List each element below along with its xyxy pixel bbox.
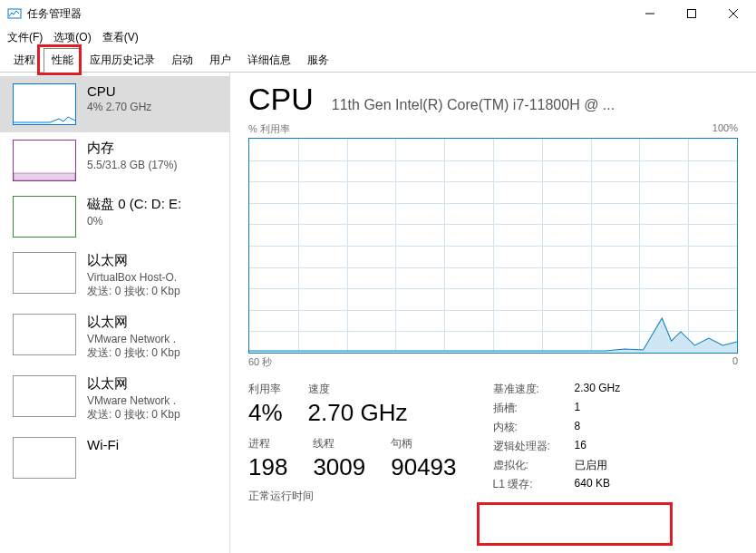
sidebar-title: CPU [87,83,220,99]
sidebar-item-ethernet-3[interactable]: 以太网 VMware Network . 发送: 0 接收: 0 Kbp [0,368,229,430]
tab-details[interactable]: 详细信息 [239,48,299,72]
sidebar-title: Wi-Fi [87,437,220,452]
svg-rect-2 [688,10,696,18]
net-thumb [13,252,76,294]
memory-thumb [13,140,76,181]
sidebar-title: 以太网 [87,375,220,393]
sidebar-item-ethernet-2[interactable]: 以太网 VMware Network . 发送: 0 接收: 0 Kbp [0,306,229,368]
cpu-heading: CPU [248,82,314,117]
sidebar-sub2: 发送: 0 接收: 0 Kbp [87,407,220,422]
uptime-label: 正常运行时间 [248,489,457,504]
sidebar-sub: 5.5/31.8 GB (17%) [87,159,220,171]
tab-processes[interactable]: 进程 [5,48,44,72]
window-title: 任务管理器 [27,6,629,22]
net-thumb [13,375,76,417]
util-lbl: 利用率 [248,382,283,397]
proc-val: 198 [248,453,287,481]
speed-lbl: 速度 [308,382,408,397]
disk-thumb [13,196,76,238]
sidebar-item-wifi[interactable]: Wi-Fi [0,430,229,486]
cpu-thumb [13,83,76,125]
speed-val: 2.70 GHz [308,399,408,427]
tab-startup[interactable]: 启动 [163,48,201,72]
titlebar: 任务管理器 [0,0,756,27]
menu-options[interactable]: 选项(O) [53,30,91,45]
tab-history[interactable]: 应用历史记录 [82,48,163,72]
main-panel: CPU 11th Gen Intel(R) Core(TM) i7-11800H… [230,73,756,553]
sidebar-item-cpu[interactable]: CPU 4% 2.70 GHz [0,76,229,132]
sidebar-sub2: 发送: 0 接收: 0 Kbp [87,284,220,299]
sidebar-sub: 0% [87,215,220,228]
cpu-details: 基准速度:2.30 GHz 插槽:1 内核:8 逻辑处理器:16 虚拟化:已启用… [493,382,638,504]
sidebar-sub: VirtualBox Host-O. [87,271,220,284]
sidebar-item-disk[interactable]: 磁盘 0 (C: D: E: 0% [0,189,229,245]
tab-bar: 进程 性能 应用历史记录 启动 用户 详细信息 服务 [0,47,756,73]
tab-performance[interactable]: 性能 [44,48,82,73]
sidebar-title: 以太网 [87,314,220,331]
sidebar-title: 内存 [87,140,220,157]
net-thumb [13,314,76,355]
handle-lbl: 句柄 [391,436,456,451]
util-max: 100% [712,122,738,136]
util-val: 4% [248,399,283,427]
handle-val: 90493 [391,453,456,481]
sidebar-sub2: 发送: 0 接收: 0 Kbp [87,345,220,361]
sidebar-title: 以太网 [87,252,220,269]
sidebar-item-ethernet-1[interactable]: 以太网 VirtualBox Host-O. 发送: 0 接收: 0 Kbp [0,245,229,306]
sidebar-sub: VMware Network . [87,394,220,407]
highlight-virtualization [477,502,673,546]
menu-view[interactable]: 查看(V) [102,30,139,45]
wifi-thumb [13,437,76,479]
util-label: % 利用率 [248,122,290,136]
cpu-model: 11th Gen Intel(R) Core(TM) i7-11800H @ .… [332,97,738,113]
sidebar: CPU 4% 2.70 GHz 内存 5.5/31.8 GB (17%) 磁盘 … [0,73,230,553]
sidebar-sub: VMware Network . [87,333,220,345]
thread-val: 3009 [313,453,365,481]
thread-lbl: 线程 [313,436,365,451]
close-button[interactable] [712,0,754,27]
minimize-button[interactable] [629,0,671,27]
content: CPU 4% 2.70 GHz 内存 5.5/31.8 GB (17%) 磁盘 … [0,73,756,553]
cpu-graph[interactable] [248,138,738,354]
sidebar-item-memory[interactable]: 内存 5.5/31.8 GB (17%) [0,132,229,189]
x-right: 0 [732,355,738,369]
tab-users[interactable]: 用户 [201,48,239,72]
sidebar-title: 磁盘 0 (C: D: E: [87,196,220,213]
x-left: 60 秒 [248,355,272,369]
maximize-button[interactable] [671,0,712,27]
tab-services[interactable]: 服务 [299,48,337,72]
app-icon [7,6,22,21]
menu-file[interactable]: 文件(F) [7,30,43,45]
svg-rect-5 [14,173,75,180]
sidebar-sub: 4% 2.70 GHz [87,101,220,113]
menubar: 文件(F) 选项(O) 查看(V) [0,27,756,47]
window-buttons [629,0,754,27]
proc-lbl: 进程 [248,436,287,451]
